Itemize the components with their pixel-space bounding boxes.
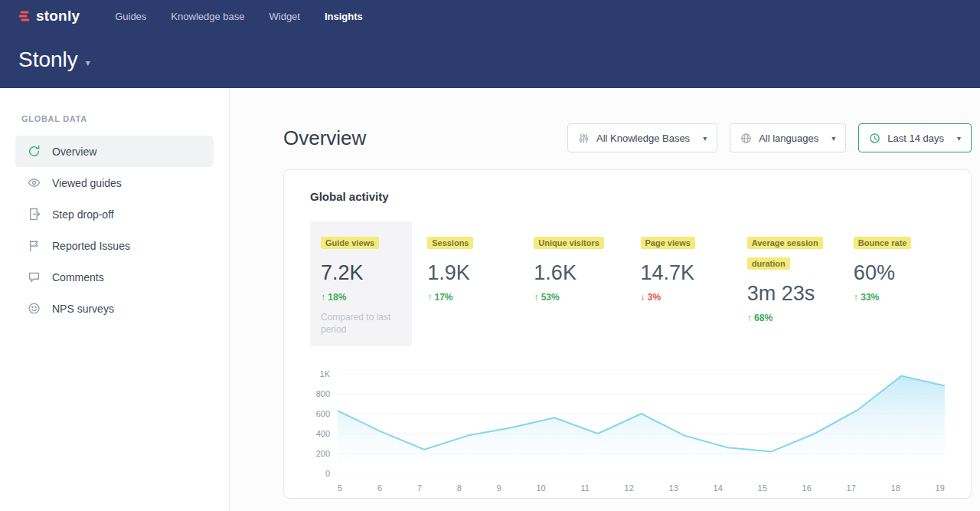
- logo-wordmark: stonly: [36, 8, 80, 25]
- metric-change: ↓ 3%: [641, 292, 721, 303]
- metric-value: 60%: [854, 261, 934, 285]
- metric-guide-views[interactable]: Guide views 7.2K ↑ 18% Compared to last …: [310, 221, 412, 346]
- x-tick-label: 19: [936, 483, 945, 493]
- x-tick-label: 5: [338, 483, 342, 493]
- sidebar-item-label: Comments: [52, 271, 104, 283]
- sidebar-item-comments[interactable]: Comments: [15, 261, 214, 293]
- sidebar-item-reported-issues[interactable]: Reported Issues: [15, 230, 214, 261]
- page-title: Overview: [283, 126, 366, 150]
- stonly-logo-icon: [18, 10, 31, 22]
- x-tick-label: 14: [714, 483, 723, 493]
- metric-change: ↑ 68%: [747, 313, 828, 323]
- filter-label: Last 14 days: [887, 133, 944, 144]
- x-tick-label: 7: [417, 483, 422, 493]
- change-arrow: ↓: [641, 292, 645, 303]
- metric-unique-visitors[interactable]: Unique visitors 1.6K ↑ 53%: [523, 221, 625, 313]
- workspace-switcher[interactable]: Stonly ▾: [18, 47, 90, 72]
- x-tick-label: 12: [625, 483, 634, 493]
- sidebar-section-label: GLOBAL DATA: [0, 114, 229, 123]
- sidebar-item-overview[interactable]: Overview: [15, 136, 214, 167]
- metric-label: Sessions: [427, 237, 473, 249]
- sidebar: GLOBAL DATA Overview Viewed guides: [0, 88, 230, 511]
- x-tick-label: 13: [669, 483, 678, 493]
- sliders-icon: [578, 133, 590, 144]
- chevron-down-icon: ▾: [703, 134, 707, 142]
- chart-x-axis: 5678910111213141516171819: [338, 483, 945, 493]
- document-exit-icon: [28, 208, 41, 221]
- x-tick-label: 16: [802, 483, 812, 493]
- nav-item-guides[interactable]: Guides: [115, 11, 146, 22]
- change-arrow: ↑: [321, 292, 325, 303]
- date-range-filter[interactable]: Last 14 days ▾: [858, 123, 972, 152]
- y-tick-label: 600: [316, 409, 330, 418]
- main-content: Overview All Knowledge Bases ▾: [230, 88, 980, 511]
- x-tick-label: 11: [580, 483, 589, 493]
- nav-item-widget[interactable]: Widget: [270, 11, 300, 22]
- sidebar-item-label: Step drop-off: [52, 208, 114, 221]
- globe-icon: [740, 133, 752, 144]
- languages-filter[interactable]: All languages ▾: [730, 123, 846, 152]
- metric-label: Guide views: [321, 237, 379, 249]
- x-tick-label: 10: [536, 483, 545, 493]
- metric-value: 1.9K: [427, 261, 508, 285]
- change-percent: 68%: [754, 313, 773, 323]
- x-tick-label: 15: [758, 483, 767, 493]
- metric-change: ↑ 33%: [854, 292, 934, 303]
- metric-change: ↑ 53%: [534, 292, 614, 303]
- workspace-name: Stonly: [18, 47, 78, 72]
- clock-icon: [869, 133, 880, 144]
- y-tick-label: 400: [316, 429, 330, 438]
- comment-bubble-icon: [28, 270, 41, 283]
- eye-icon: [28, 176, 41, 189]
- chevron-down-icon: ▾: [86, 57, 90, 68]
- metric-label: Unique visitors: [534, 237, 603, 249]
- top-navbar: stonly Guides Knowledge base Widget Insi…: [0, 0, 980, 88]
- change-percent: 18%: [328, 292, 346, 303]
- change-arrow: ↑: [747, 313, 752, 323]
- metric-value: 1.6K: [534, 261, 614, 285]
- knowledge-bases-filter[interactable]: All Knowledge Bases ▾: [567, 123, 717, 152]
- x-tick-label: 8: [457, 483, 462, 493]
- change-arrow: ↑: [854, 292, 858, 303]
- overview-refresh-icon: [28, 145, 41, 158]
- stonly-logo[interactable]: stonly: [18, 8, 80, 25]
- metric-note: Compared to last period: [321, 311, 401, 336]
- change-percent: 33%: [861, 292, 879, 303]
- card-title: Global activity: [310, 190, 945, 203]
- sidebar-item-label: Overview: [52, 146, 96, 158]
- primary-nav: stonly Guides Knowledge base Widget Insi…: [18, 0, 962, 32]
- metric-label: Page views: [641, 237, 695, 249]
- metric-change: ↑ 18%: [321, 292, 401, 303]
- metric-page-views[interactable]: Page views 14.7K ↓ 3%: [630, 221, 732, 313]
- metric-sessions[interactable]: Sessions 1.9K ↑ 17%: [416, 221, 518, 313]
- x-tick-label: 9: [497, 483, 501, 493]
- nav-item-knowledge-base[interactable]: Knowledge base: [171, 11, 244, 22]
- chevron-down-icon: ▾: [831, 134, 835, 142]
- filter-label: All languages: [759, 133, 818, 144]
- metric-value: 14.7K: [641, 261, 721, 285]
- y-tick-label: 1K: [320, 369, 330, 378]
- change-percent: 53%: [541, 292, 560, 303]
- change-arrow: ↑: [534, 292, 538, 303]
- sidebar-item-nps-surveys[interactable]: NPS surveys: [15, 293, 214, 324]
- chart-area-fill: [338, 375, 945, 473]
- y-tick-label: 0: [325, 469, 330, 478]
- sidebar-item-viewed-guides[interactable]: Viewed guides: [15, 167, 214, 198]
- smiley-icon: [28, 302, 41, 315]
- x-tick-label: 18: [891, 483, 900, 493]
- sidebar-item-label: NPS surveys: [52, 303, 114, 315]
- change-percent: 17%: [435, 292, 453, 303]
- y-tick-label: 200: [316, 449, 330, 458]
- change-arrow: ↑: [427, 292, 432, 303]
- x-tick-label: 6: [377, 483, 382, 493]
- sidebar-item-step-drop-off[interactable]: Step drop-off: [15, 198, 214, 230]
- nav-item-insights[interactable]: Insights: [325, 11, 363, 22]
- activity-chart-section: 02004006008001K 567891011121314151617181…: [310, 374, 945, 493]
- metric-bounce-rate[interactable]: Bounce rate 60% ↑ 33%: [843, 221, 945, 313]
- y-tick-label: 800: [316, 389, 330, 398]
- x-tick-label: 17: [847, 483, 856, 493]
- flag-icon: [28, 239, 41, 252]
- metric-average-session-duration[interactable]: Average session duration 3m 23s ↑ 68%: [737, 221, 838, 333]
- metric-value: 7.2K: [321, 261, 401, 285]
- metric-value: 3m 23s: [747, 282, 828, 306]
